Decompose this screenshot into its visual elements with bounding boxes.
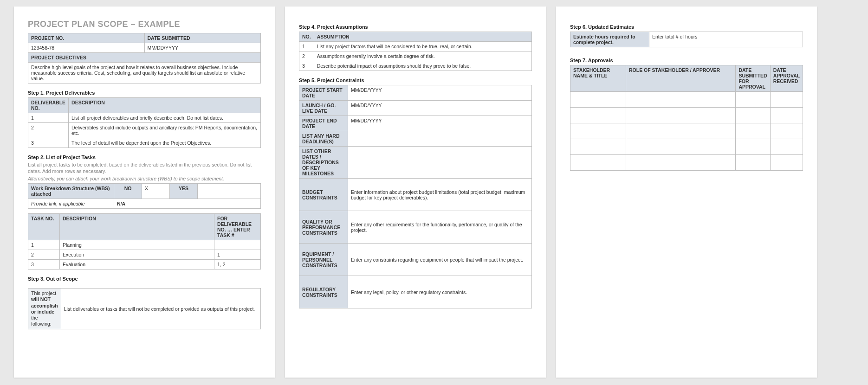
step4-h1: NO. xyxy=(299,32,314,42)
step7-h4: DATE APPROVAL RECEIVED xyxy=(770,65,803,92)
step5-budget-val: Enter information about project budget l… xyxy=(348,179,532,211)
step3-label: This project will NOT accomplish or incl… xyxy=(28,289,61,329)
table-row: 1 List any project factors that will be … xyxy=(299,42,532,51)
step5-hard-val xyxy=(348,131,532,147)
page-3: Step 6. Updated Estimates Estimate hours… xyxy=(556,6,817,378)
step6-title: Step 6. Updated Estimates xyxy=(570,24,803,30)
table-row: 1 List all project deliverables and brie… xyxy=(28,113,261,123)
step5-end-val: MM/DD/YYYY xyxy=(348,116,532,131)
objectives-text: Describe high-level goals of the project… xyxy=(28,63,261,83)
date-submitted-value: MM/DD/YYYY xyxy=(144,43,261,53)
step3-table: This project will NOT accomplish or incl… xyxy=(28,288,261,329)
step5-end-label: PROJECT END DATE xyxy=(299,116,348,131)
step3-desc: List deliverables or tasks that will not… xyxy=(61,289,260,329)
step5-quality-label: QUALITY OR PERFORMANCE CONSTRAINTS xyxy=(299,211,348,244)
table-row xyxy=(570,92,803,108)
step2-h2: DESCRIPTION xyxy=(60,214,214,240)
table-row: 3 Evaluation 1, 2 xyxy=(28,260,261,270)
step1-table: DELIVERABLE NO. DESCRIPTION 1 List all p… xyxy=(28,97,261,148)
step2-sub: List all project tasks to be completed, … xyxy=(28,162,261,174)
step6-table: Estimate hours required to complete proj… xyxy=(570,32,803,47)
step5-budget-label: BUDGET CONSTRAINTS xyxy=(299,179,348,211)
step5-launch-val: MM/DD/YYYY xyxy=(348,101,532,116)
page-1: PROJECT PLAN SCOPE – EXAMPLE PROJECT NO.… xyxy=(14,6,275,378)
step5-start-label: PROJECT START DATE xyxy=(299,85,348,101)
step5-table: PROJECT START DATE MM/DD/YYYY LAUNCH / G… xyxy=(299,85,532,308)
wbs-no-val: X xyxy=(142,184,170,199)
step6-val: Enter total # of hours xyxy=(649,32,803,47)
step2-h3: FOR DELIVERABLE NO. … ENTER TASK # xyxy=(214,214,261,240)
table-row xyxy=(570,155,803,171)
project-no-header: PROJECT NO. xyxy=(28,33,145,43)
step7-title: Step 7. Approvals xyxy=(570,58,803,63)
wbs-yes-val xyxy=(198,184,261,199)
objectives-header: PROJECT OBJECTIVES xyxy=(28,53,261,63)
step5-start-val: MM/DD/YYYY xyxy=(348,85,532,101)
step6-label: Estimate hours required to complete proj… xyxy=(570,32,649,47)
step2-sub-italic: Alternatively, you can attach your work … xyxy=(28,176,261,181)
date-submitted-header: DATE SUBMITTED xyxy=(144,33,261,43)
table-row xyxy=(570,108,803,123)
wbs-no-label: NO xyxy=(114,184,142,199)
table-row xyxy=(570,139,803,155)
project-no-value: 123456-78 xyxy=(28,43,145,53)
step5-quality-val: Enter any other requirements for the fun… xyxy=(348,211,532,244)
step1-h1: DELIVERABLE NO. xyxy=(28,98,69,113)
step1-title: Step 1. Project Deliverables xyxy=(28,90,261,96)
wbs-yes-label: YES xyxy=(170,184,198,199)
step4-h2: ASSUMPTION xyxy=(314,32,531,42)
page-2: Step 4. Project Assumptions NO. ASSUMPTI… xyxy=(285,6,546,378)
step1-h2: DESCRIPTION xyxy=(69,98,261,113)
table-row: 3 The level of detail will be dependent … xyxy=(28,138,261,148)
wbs-table: Work Breakdown Structure (WBS) attached … xyxy=(28,183,261,209)
table-row: 3 Describe potential impact of assumptio… xyxy=(299,61,532,71)
step7-h2: ROLE OF STAKEHOLDER / APPROVER xyxy=(626,65,736,92)
step7-h1: STAKEHOLDER NAME & TITLE xyxy=(570,65,626,92)
step5-other-val xyxy=(348,147,532,179)
wbs-link-label: Provide link, if applicable xyxy=(28,199,114,209)
wbs-link-val: N/A xyxy=(114,199,261,209)
table-row: 1 Planning xyxy=(28,240,261,250)
step2-title: Step 2. List of Project Tasks xyxy=(28,154,261,160)
step2-tasks-table: TASK NO. DESCRIPTION FOR DELIVERABLE NO.… xyxy=(28,213,261,270)
step7-table: STAKEHOLDER NAME & TITLE ROLE OF STAKEHO… xyxy=(570,65,803,171)
table-row xyxy=(570,123,803,139)
step3-title: Step 3. Out of Scope xyxy=(28,276,261,282)
step5-other-label: LIST OTHER DATES / DESCRIPTIONS OF KEY M… xyxy=(299,147,348,179)
step5-launch-label: LAUNCH / GO-LIVE DATE xyxy=(299,101,348,116)
step5-reg-val: Enter any legal, policy, or other regula… xyxy=(348,276,532,308)
step4-table: NO. ASSUMPTION 1 List any project factor… xyxy=(299,32,532,71)
doc-title: PROJECT PLAN SCOPE – EXAMPLE xyxy=(28,19,261,29)
step5-reg-label: REGULATORY CONSTRAINTS xyxy=(299,276,348,308)
step5-hard-label: LIST ANY HARD DEADLINE(S) xyxy=(299,131,348,147)
table-row: 2 Assumptions generally involve a certai… xyxy=(299,51,532,61)
wbs-label: Work Breakdown Structure (WBS) attached xyxy=(28,184,114,199)
project-info-table: PROJECT NO. DATE SUBMITTED 123456-78 MM/… xyxy=(28,33,261,83)
table-row: 2 Deliverables should include outputs an… xyxy=(28,123,261,138)
step7-h3: DATE SUBMITTED FOR APPROVAL xyxy=(736,65,770,92)
step2-h1: TASK NO. xyxy=(28,214,60,240)
step5-equip-label: EQUIPMENT / PERSONNEL CONSTRAINTS xyxy=(299,244,348,276)
step5-equip-val: Enter any constraints regarding equipmen… xyxy=(348,244,532,276)
step5-title: Step 5. Project Constraints xyxy=(299,77,532,83)
table-row: 2 Execution 1 xyxy=(28,250,261,260)
step4-title: Step 4. Project Assumptions xyxy=(299,24,532,30)
